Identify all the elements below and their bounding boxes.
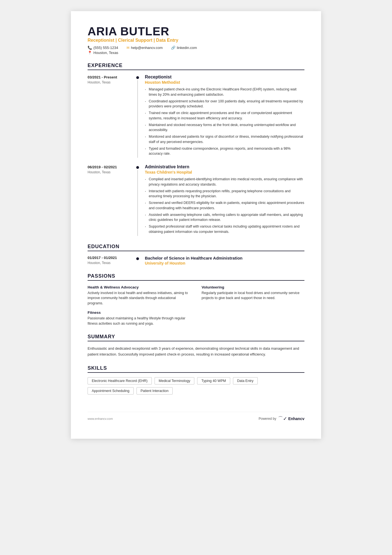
footer-powered: Powered by ⌒✓ Enhancv bbox=[259, 415, 304, 422]
experience-entry-2: 06/2019 - 02/2021 Houston, Texas Adminis… bbox=[88, 164, 304, 236]
header: ARIA BUTLER Receptionist | Clerical Supp… bbox=[88, 25, 304, 55]
edu-degree-1: Bachelor of Science in Healthcare Admini… bbox=[145, 256, 304, 260]
resume-footer: www.enhancv.com Powered by ⌒✓ Enhancv bbox=[88, 412, 304, 422]
passions-section: PASSIONS Health & Wellness Advocacy Acti… bbox=[88, 273, 304, 326]
location-contact: 📍 Houston, Texas bbox=[88, 51, 304, 55]
passion-title-3: Fitness bbox=[88, 310, 190, 315]
exp-location-2: Houston, Texas bbox=[88, 170, 135, 174]
exp-job-title-1: Receptionist bbox=[145, 75, 304, 80]
passion-item-1: Health & Wellness Advocacy Actively invo… bbox=[88, 285, 190, 306]
experience-section: EXPERIENCE 03/2021 - Present Houston, Te… bbox=[88, 63, 304, 236]
footer-logo: ⌒✓ Enhancv bbox=[278, 415, 304, 422]
exp-date-2: 06/2019 - 02/2021 bbox=[88, 165, 135, 169]
exp-date-col-1: 03/2021 - Present Houston, Texas bbox=[88, 75, 135, 158]
edu-date-1: 01/2017 - 01/2021 bbox=[88, 256, 135, 260]
summary-section-title: SUMMARY bbox=[88, 334, 304, 341]
powered-by-label: Powered by bbox=[259, 417, 276, 421]
edu-dot-col-1 bbox=[135, 256, 140, 265]
exp-bullets-1: Managed patient check-ins using the Elec… bbox=[145, 87, 304, 156]
exp-bullet-2-4: Assisted with answering telephone calls,… bbox=[145, 212, 304, 223]
skills-section: SKILLS Electronic Healthcare Record (EHR… bbox=[88, 365, 304, 395]
exp-company-2: Texas Children's Hospital bbox=[145, 170, 304, 174]
passion-item-3: Fitness Passionate about maintaining a h… bbox=[88, 310, 190, 326]
applicant-title: Receptionist | Clerical Support | Data E… bbox=[88, 38, 304, 43]
linkedin-icon: 🔗 bbox=[171, 46, 175, 50]
exp-bullet-1-5: Monitored and observed patients for sign… bbox=[145, 134, 304, 145]
passion-title-2: Volunteering bbox=[202, 285, 304, 289]
exp-bullet-1-4: Maintained and stocked necessary forms a… bbox=[145, 122, 304, 133]
skills-grid: Electronic Healthcare Record (EHR) Medic… bbox=[88, 377, 304, 395]
exp-bullet-2-5: Supported professional staff with variou… bbox=[145, 224, 304, 235]
education-section: EDUCATION 01/2017 - 01/2021 Houston, Tex… bbox=[88, 244, 304, 265]
exp-bullet-1-3: Trained new staff on clinic appointment … bbox=[145, 110, 304, 121]
location-icon: 📍 bbox=[88, 51, 92, 55]
skill-tag-4: Data Entry bbox=[233, 377, 258, 384]
header-contacts: 📞 (555) 555-1234 ✉ help@enhancv.com 🔗 li… bbox=[88, 46, 304, 50]
edu-dot-1 bbox=[136, 257, 139, 260]
skill-tag-6: Patient Interaction bbox=[137, 387, 173, 394]
footer-url: www.enhancv.com bbox=[88, 417, 113, 420]
skill-tag-2: Medical Terminology bbox=[155, 377, 195, 384]
exp-bullet-1-1: Managed patient check-ins using the Elec… bbox=[145, 87, 304, 97]
passions-grid: Health & Wellness Advocacy Actively invo… bbox=[88, 285, 304, 326]
edu-date-col-1: 01/2017 - 01/2021 Houston, Texas bbox=[88, 256, 135, 265]
resume-page: ARIA BUTLER Receptionist | Clerical Supp… bbox=[71, 11, 321, 439]
exp-bullet-1-6: Typed and formatted routine corresponden… bbox=[145, 146, 304, 157]
skill-tag-3: Typing 40 WPM bbox=[197, 377, 230, 384]
edu-location-1: Houston, Texas bbox=[88, 261, 135, 265]
linkedin-url: linkedin.com bbox=[177, 46, 197, 50]
exp-bullet-2-3: Screened and verified DEERS eligibility … bbox=[145, 200, 304, 211]
passions-section-title: PASSIONS bbox=[88, 273, 304, 281]
exp-dot-col-2 bbox=[135, 164, 140, 236]
experience-section-title: EXPERIENCE bbox=[88, 63, 304, 70]
phone-contact: 📞 (555) 555-1234 bbox=[88, 46, 118, 50]
location-text: Houston, Texas bbox=[93, 51, 118, 55]
education-entry-1: 01/2017 - 01/2021 Houston, Texas Bachelo… bbox=[88, 256, 304, 265]
passion-desc-3: Passionate about maintaining a healthy l… bbox=[88, 316, 190, 326]
email-address: help@enhancv.com bbox=[131, 46, 163, 50]
exp-bullet-2-2: Interacted with patients requesting pres… bbox=[145, 189, 304, 199]
exp-job-title-2: Administrative Intern bbox=[145, 164, 304, 169]
exp-dot-1 bbox=[136, 76, 139, 79]
exp-line-1 bbox=[137, 80, 138, 158]
edu-school-1: University of Houston bbox=[145, 261, 304, 265]
exp-date-col-2: 06/2019 - 02/2021 Houston, Texas bbox=[88, 164, 135, 236]
exp-bullets-2: Compiled and inserted patient-identifyin… bbox=[145, 177, 304, 235]
passion-title-1: Health & Wellness Advocacy bbox=[88, 285, 190, 289]
phone-icon: 📞 bbox=[88, 46, 92, 50]
skills-section-title: SKILLS bbox=[88, 365, 304, 373]
exp-content-2: Administrative Intern Texas Children's H… bbox=[140, 164, 304, 236]
enhancv-logo-icon: ⌒✓ bbox=[278, 415, 287, 422]
exp-bullet-2-1: Compiled and inserted patient-identifyin… bbox=[145, 177, 304, 187]
skill-tag-1: Electronic Healthcare Record (EHR) bbox=[88, 377, 152, 384]
exp-line-2 bbox=[137, 170, 138, 236]
email-icon: ✉ bbox=[126, 46, 130, 50]
experience-entry-1: 03/2021 - Present Houston, Texas Recepti… bbox=[88, 75, 304, 158]
summary-section: SUMMARY Enthusiastic and dedicated recep… bbox=[88, 334, 304, 357]
applicant-name: ARIA BUTLER bbox=[88, 25, 304, 38]
exp-dot-col-1 bbox=[135, 75, 140, 158]
passion-desc-1: Actively involved in local health and we… bbox=[88, 290, 190, 306]
enhancv-brand-name: Enhancv bbox=[288, 416, 304, 421]
exp-dot-2 bbox=[136, 166, 139, 169]
linkedin-contact: 🔗 linkedin.com bbox=[171, 46, 197, 50]
passion-item-2: Volunteering Regularly participate in lo… bbox=[202, 285, 304, 306]
exp-content-1: Receptionist Houston Methodist Managed p… bbox=[140, 75, 304, 158]
edu-content-1: Bachelor of Science in Healthcare Admini… bbox=[140, 256, 304, 265]
exp-date-1: 03/2021 - Present bbox=[88, 75, 135, 79]
skill-tag-5: Appointment Scheduling bbox=[88, 387, 134, 394]
exp-location-1: Houston, Texas bbox=[88, 80, 135, 84]
passion-desc-2: Regularly participate in local food driv… bbox=[202, 290, 304, 301]
exp-company-1: Houston Methodist bbox=[145, 80, 304, 85]
summary-text: Enthusiastic and dedicated receptionist … bbox=[88, 346, 304, 357]
phone-number: (555) 555-1234 bbox=[93, 46, 118, 50]
email-contact: ✉ help@enhancv.com bbox=[126, 46, 163, 50]
education-section-title: EDUCATION bbox=[88, 244, 304, 251]
exp-bullet-1-2: Coordinated appointment schedules for ov… bbox=[145, 99, 304, 109]
